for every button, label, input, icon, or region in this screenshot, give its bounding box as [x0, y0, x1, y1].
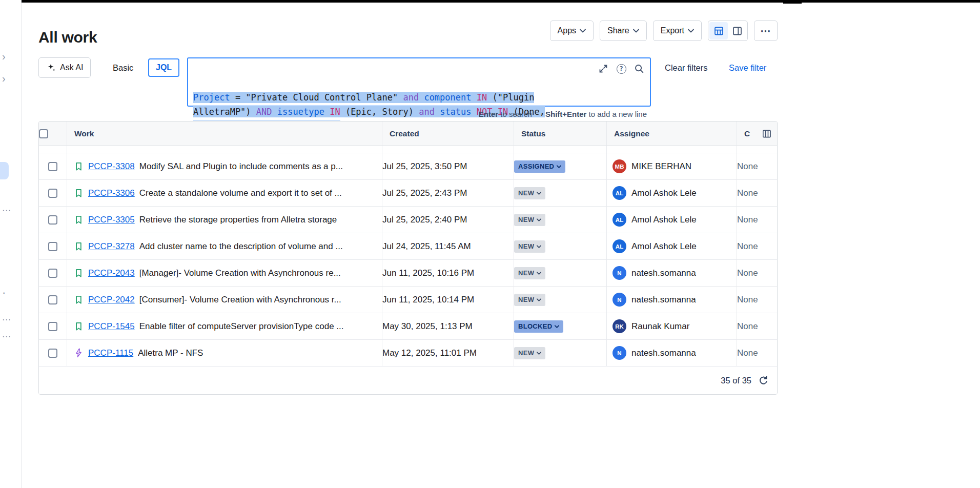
hint-enter: Enter [479, 110, 498, 118]
status-badge[interactable]: NEW [514, 294, 545, 306]
rail-more-icon[interactable]: ⋯ [2, 206, 11, 215]
status-badge[interactable]: ASSIGNED [514, 160, 565, 173]
column-header-created[interactable]: Created [382, 121, 514, 146]
components-cell: None [737, 207, 777, 233]
issue-summary: Enable filter of computeServer provision… [139, 321, 344, 332]
issue-key-link[interactable]: PCCP-2042 [88, 295, 135, 305]
detail-view-button[interactable] [728, 22, 746, 39]
avatar: AL [612, 186, 626, 200]
clear-filters-button[interactable]: Clear filters [665, 57, 707, 78]
issue-key-link[interactable]: PCCP-3305 [88, 215, 135, 225]
help-icon[interactable]: ? [616, 63, 627, 74]
column-header-status[interactable]: Status [514, 121, 607, 146]
export-button[interactable]: Export [653, 21, 702, 41]
row-checkbox[interactable] [48, 269, 57, 278]
table-row[interactable]: PCCP-2043[Manager]- Volume Creation with… [39, 260, 777, 287]
issue-key-link[interactable]: PCCP-2043 [88, 268, 135, 278]
row-checkbox[interactable] [48, 215, 57, 225]
table-row[interactable]: PCCP-2042[Consumer]- Volume Creation wit… [39, 287, 777, 313]
issue-summary: [Manager]- Volume Creation with Asynchro… [139, 268, 341, 278]
partial-row [39, 146, 777, 153]
chevron-down-icon [537, 272, 541, 275]
table-row[interactable]: PCCP-3305Retrieve the storage properties… [39, 207, 777, 233]
mode-jql-button[interactable]: JQL [148, 58, 179, 77]
assignee-name: Amol Ashok Lele [631, 188, 697, 198]
issue-summary: Alletra MP - NFS [138, 348, 203, 358]
ask-ai-button[interactable]: Ask AI [38, 57, 91, 78]
jql-query-input[interactable]: Project = "Private Cloud Control Plane" … [187, 57, 651, 107]
refresh-icon [758, 375, 769, 386]
save-filter-button[interactable]: Save filter [729, 57, 766, 78]
rail-chevron-icon[interactable]: › [2, 51, 6, 62]
status-badge[interactable]: NEW [514, 347, 545, 359]
chevron-down-icon [633, 29, 639, 33]
hint-search: to search [498, 110, 532, 118]
row-checkbox[interactable] [48, 349, 57, 358]
assignee-name: natesh.somanna [631, 295, 696, 305]
table-row[interactable]: PCCP-1115Alletra MP - NFSMay 12, 2025, 1… [39, 340, 777, 367]
created-cell: May 30, 2025, 1:13 PM [382, 313, 514, 340]
chevron-down-icon [688, 29, 694, 33]
select-all-checkbox[interactable] [39, 129, 48, 138]
issue-key-link[interactable]: PCCP-3308 [88, 161, 135, 172]
rail-chevron-icon[interactable]: › [2, 73, 6, 84]
table-row[interactable]: PCCP-3308Modify SAL and Plugin to includ… [39, 153, 777, 180]
issue-key-link[interactable]: PCCP-1545 [88, 321, 135, 332]
hint-newline: to add a new line [586, 110, 647, 118]
components-cell: None [737, 313, 777, 340]
share-button[interactable]: Share [600, 21, 647, 41]
chevron-down-icon [537, 192, 541, 195]
row-checkbox[interactable] [48, 295, 57, 304]
issue-key-link[interactable]: PCCP-3306 [88, 188, 135, 198]
window-frame-top [14, 0, 980, 3]
status-badge[interactable]: NEW [514, 240, 545, 253]
apps-button[interactable]: Apps [550, 21, 594, 41]
status-badge[interactable]: BLOCKED [514, 320, 563, 333]
components-cell: None [737, 260, 777, 287]
status-badge[interactable]: NEW [514, 214, 545, 226]
column-header-assignee[interactable]: Assignee [607, 121, 737, 146]
table-row[interactable]: PCCP-3278Add cluster name to the descrip… [39, 233, 777, 260]
expand-icon[interactable] [598, 63, 609, 74]
export-button-label: Export [661, 26, 684, 35]
status-badge[interactable]: NEW [514, 187, 545, 199]
assignee-name: natesh.somanna [631, 348, 696, 358]
refresh-button[interactable] [757, 374, 769, 387]
table-row[interactable]: PCCP-1545Enable filter of computeServer … [39, 313, 777, 340]
table-row[interactable]: PCCP-3306Create a standalone volume and … [39, 180, 777, 207]
column-header-work[interactable]: Work [67, 121, 382, 146]
search-icon[interactable] [634, 63, 645, 74]
story-icon [74, 241, 84, 251]
side-panel-icon [732, 26, 743, 36]
rail-more-icon[interactable]: ⋯ [2, 315, 11, 324]
components-cell: None [737, 180, 777, 207]
column-header-components-label: C [744, 129, 750, 138]
issue-key-link[interactable]: PCCP-3278 [88, 241, 135, 252]
sparkle-icon [46, 63, 56, 73]
row-checkbox[interactable] [48, 189, 57, 198]
story-icon [74, 321, 84, 331]
chevron-down-icon [537, 218, 541, 221]
status-badge[interactable]: NEW [514, 267, 545, 279]
story-icon [74, 215, 84, 225]
rail-more-icon[interactable]: ⋯ [2, 332, 11, 341]
apps-button-label: Apps [558, 26, 576, 35]
list-view-button[interactable] [709, 22, 728, 39]
mode-basic-button[interactable]: Basic [107, 57, 139, 78]
rail-active-item[interactable] [0, 162, 9, 179]
story-icon [74, 268, 84, 278]
issue-key-link[interactable]: PCCP-1115 [88, 348, 133, 358]
story-icon [74, 295, 84, 304]
created-cell: Jul 25, 2025, 2:43 PM [382, 180, 514, 207]
configure-columns-button[interactable] [760, 127, 774, 141]
row-checkbox[interactable] [48, 162, 57, 171]
column-header-components[interactable]: C [737, 121, 777, 146]
created-cell: Jun 11, 2025, 10:16 PM [382, 260, 514, 287]
more-actions-button[interactable]: ⋯ [754, 21, 778, 41]
components-cell: None [737, 153, 777, 180]
row-checkbox[interactable] [48, 322, 57, 331]
left-rail: › › ⋯ · ⋯ ⋯ [0, 0, 22, 488]
row-checkbox[interactable] [48, 242, 57, 251]
chevron-down-icon [555, 325, 559, 328]
view-switcher [708, 21, 748, 41]
